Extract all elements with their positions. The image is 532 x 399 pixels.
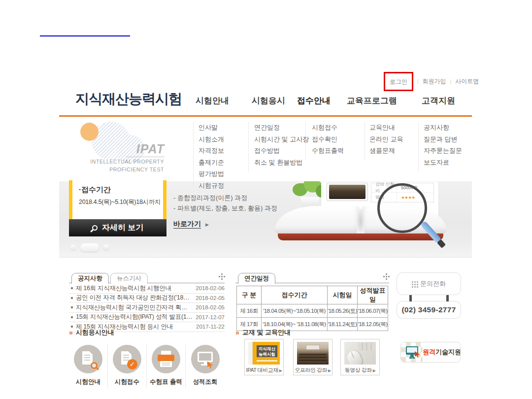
column-header: 시험일 [328,286,358,304]
pagination-dot[interactable] [102,244,110,251]
utility-links: 로그인 | 회원가입 | 사이트맵 [384,72,479,91]
bullet-icon [71,316,73,318]
guide-item-score-check[interactable]: 성적조회 [186,345,225,388]
chevrons-icon: » [69,329,73,336]
column-header: 구 분 [237,286,262,304]
section-title: 시험응시안내 [76,328,114,337]
registration-promo-box: ·접수기간 2018.4.5(목)~5.10(목)18시까지 자세히 보기 [69,180,166,236]
detail-view-label: 자세히 보기 [102,223,143,233]
table-row: 제 16회 '18.04.05(목)~'18.05.10(목) '18.05.2… [237,304,388,318]
edu-item-video-course[interactable]: 동영상 강좌▶ [340,339,380,375]
bullet-icon [71,326,73,328]
menu-item[interactable]: 수험표출력 [312,145,344,157]
tab-notice[interactable]: 공지사항 [71,273,109,284]
remote-support-button[interactable]: 원격기술지원 [400,342,461,363]
notice-widget: 공지사항 뉴스기사 제 16회 지식재산능력시험 시행안내2018-02-06 … [69,272,225,332]
pagination-dot[interactable] [69,244,77,251]
menu-item[interactable]: 자주묻는질문 [424,145,462,157]
tab-news[interactable]: 뉴스기사 [110,273,148,284]
registration-period-label: ·접수기간 [79,185,163,195]
sitemap-link[interactable]: 사이트맵 [455,77,479,86]
schedule-tabs: 연간일정 [235,272,389,283]
edu-item-textbook[interactable]: 지식재산능력시험 IPAT 대비교재▶ [244,339,284,375]
menu-item[interactable]: 교육안내 [369,122,403,133]
list-item[interactable]: 15회 지식재산능력시험(IPAT) 성적 발표(12…2017-12-07 [69,313,225,323]
bullet-icon [71,287,73,289]
more-icon[interactable] [386,276,387,277]
lecture-photo [329,185,366,199]
menu-item[interactable]: 샘플문제 [369,145,403,157]
list-item[interactable]: 공인 이전 자격 취득자 대상 완화검정('18년…2018-02-05 [69,294,225,303]
guide-icon-row: 시험안내 시험접수 수험표 출력 성적조회 [69,345,226,388]
menu-item[interactable]: 시험시간 및 고사장 [254,133,309,145]
menu-divider [248,123,249,172]
printer-icon [152,345,180,373]
document-search-icon [74,345,102,373]
join-link[interactable]: 회원가입 [423,77,446,86]
bullet-icon [71,306,73,308]
menu-item[interactable]: 인사말 [199,122,224,133]
yearly-schedule-widget: 연간일정 구 분 접수기간 시험일 성적발표일 제 16회 '18.04.05(… [235,272,389,331]
notice-tabs: 공지사항 뉴스기사 [69,272,225,283]
list-item[interactable]: 지식재산능력시험 국가공인민간자격 획득 (…2018-02-05 [69,303,225,313]
column-header: 성적발표일 [358,286,388,304]
list-item[interactable]: 제 16회 지식재산능력시험 시행안내2018-02-06 [69,284,225,294]
detail-view-button[interactable]: 자세히 보기 [69,219,166,236]
menu-item[interactable]: 시험규정 [199,180,224,192]
menu-item[interactable]: 평가방법 [199,168,224,180]
ipat-underline [126,157,165,157]
site-logo[interactable]: 지식재산능력시험 [75,90,182,108]
guide-item-print-ticket[interactable]: 수험표 출력 [147,345,186,388]
more-icon[interactable] [221,276,223,277]
arrow-right-icon: ▶ [373,368,376,373]
banner-pagination [69,243,110,252]
ipat-subtitle-line1: INTELLECTUAL PROPERTY [74,159,164,165]
menu-divider [193,123,194,186]
nav-customer-support[interactable]: 고객지원 [422,95,455,106]
guide-item-exam-register[interactable]: 시험접수 [108,345,147,388]
menu-item[interactable]: 연간일정 [254,122,309,133]
menu-item[interactable]: 출제기준 [199,157,224,168]
cell-period: '18.04.05(목)~'18.05.10(목) [262,304,328,318]
nav-education-program[interactable]: 교육프로그램 [347,95,397,106]
cell-result-date: '18.06.07(목) [358,304,388,318]
tab-yearly-schedule[interactable]: 연간일정 [238,273,275,284]
arrow-right-icon: ▶ [279,368,282,373]
book-spine [357,209,365,233]
pagination-dot-active[interactable] [80,243,99,252]
menu-item[interactable]: 공지사항 [424,122,462,133]
guide-item-exam-info[interactable]: 시험안내 [69,345,108,388]
menu-col-education: 교육안내 온라인 교육 샘플문제 [369,122,403,157]
registration-period-value: 2018.4.5(목)~5.10(목)18시까지 [79,198,163,206]
menu-item[interactable]: 시험접수 [312,122,344,133]
connector-bar [446,295,449,301]
nav-registration[interactable]: 접수안내 [297,95,331,106]
edu-item-offline-course[interactable]: 오프라인 강좌▶ [293,339,332,375]
menu-col-registration: 시험접수 접수확인 수험표출력 [312,122,344,157]
nav-exam-guide[interactable]: 시험안내 [196,95,229,106]
bullet-icon [71,297,73,299]
course-line2: - 파트별(제도, 창출, 보호, 활용) 과정 [173,203,277,213]
menu-item[interactable]: 취소 및 환불방법 [254,157,309,168]
menu-item[interactable]: 접수방법 [254,145,309,157]
menu-item[interactable]: 보도자료 [424,157,462,168]
nav-exam-apply[interactable]: 시험응시 [252,95,285,106]
menu-item[interactable]: 온라인 교육 [369,133,403,145]
menu-item[interactable]: 시험소개 [199,133,224,145]
utility-separator: | [450,79,452,84]
menu-col-support: 공지사항 질문과 답변 자주묻는질문 보도자료 [424,122,462,168]
utility-separator: | [417,79,419,84]
section-title: 교재 및 교육안내 [242,328,291,337]
menu-item[interactable]: 접수확인 [312,133,344,145]
magnifier-glass-icon [377,183,427,233]
mouse-keyboard-image [344,342,376,365]
menu-item[interactable]: 질문과 답변 [424,133,462,145]
monitor-cursor-icon [191,345,220,373]
login-link[interactable]: 로그인 [390,78,407,85]
menu-item[interactable]: 자격정보 [199,145,224,157]
menu-divider [418,123,419,172]
classroom-image [297,342,329,365]
phone-label: 문의전화 [420,279,446,288]
remote-label-highlight: 원격 [423,348,435,356]
shortcut-link[interactable]: 바로가기 ▶ [173,220,209,229]
